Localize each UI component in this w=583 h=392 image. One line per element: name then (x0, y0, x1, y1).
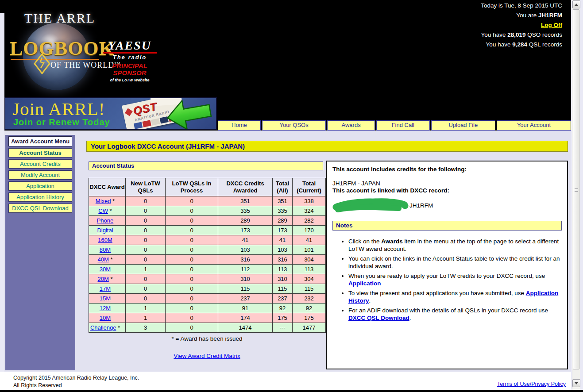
cell-80m-1: 0 (166, 245, 218, 255)
award-link-17m[interactable]: 17M (100, 285, 111, 292)
award-link-160m[interactable]: 160M (98, 237, 112, 243)
sidebar-item-account-status[interactable]: Account Status (8, 148, 72, 158)
table-row-160m: 160M00414141 (89, 235, 326, 245)
note-link-dxcc-qsl-download[interactable]: DXCC QSL Download (348, 315, 409, 321)
note-text: For an ADIF download with the details of… (348, 307, 548, 314)
scroll-down-button[interactable] (572, 379, 580, 387)
award-link-15m[interactable]: 15M (100, 295, 111, 302)
nav-tab-your-account[interactable]: Your Account (497, 120, 571, 131)
join-arrl-banner[interactable]: Join ARRL! Join or Renew Today QST AMATE… (4, 97, 217, 130)
cell-digital-4: 170 (293, 226, 326, 235)
you-are-line: You are JH1RFM (481, 12, 562, 19)
site-header: THE ARRL LOGBOOK OF THE WORLDTM YAESU Th… (4, 0, 571, 131)
cell-12m-1: 0 (166, 304, 218, 313)
linked-record-heading: This account is linked with DXCC record: (332, 187, 562, 194)
vertical-scrollbar[interactable] (572, 0, 580, 390)
award-link-40m[interactable]: 40M (98, 256, 109, 263)
column-header-dxcc-credits-awarded: DXCC Credits Awarded (218, 178, 273, 196)
logo-logbook: LOGBOOK (10, 37, 103, 60)
table-row-80m: 80M00103103101 (89, 245, 326, 255)
table-row-12m: 12M10919292 (89, 304, 326, 313)
note-item-1: Click on the Awards item in the menu at … (348, 238, 562, 253)
award-link-10m[interactable]: 10M (100, 315, 111, 321)
table-row-17m: 17M00115115115 (89, 284, 326, 294)
account-status-section-header: Account Status (89, 161, 323, 170)
log-off-link[interactable]: Log Off (541, 22, 562, 28)
cell-20m-0: 0 (126, 274, 166, 284)
award-link-cw[interactable]: CW (98, 208, 108, 214)
cell-17m-4: 115 (293, 284, 326, 294)
sidebar-item-application-history[interactable]: Application History (8, 192, 72, 202)
user-info-block: Today is Tue, 8 Sep 2015 UTC You are JH1… (481, 3, 562, 51)
nav-tab-upload-file[interactable]: Upload File (431, 120, 495, 131)
dxcc-record-line: JH1RFM (332, 197, 562, 215)
award-account-sidebar: Award Account Menu Account StatusAccount… (5, 135, 75, 370)
table-row-30m: 30M10112113113 (89, 265, 326, 274)
sidebar-item-dxcc-qsl-download[interactable]: DXCC QSL Download (8, 204, 72, 213)
cell-10m-1: 0 (166, 313, 218, 323)
sidebar-item-account-credits[interactable]: Account Credits (8, 159, 72, 169)
cell-digital-2: 173 (218, 226, 273, 235)
note-text: You can click on the links in the Accoun… (348, 255, 560, 269)
cell-12m-3: 92 (273, 304, 293, 313)
cell-phone-2: 289 (218, 216, 273, 226)
logo-the-arrl: THE ARRL (24, 11, 95, 26)
cell-15m-0: 0 (126, 294, 166, 304)
cell-10m-4: 175 (293, 313, 326, 323)
cell-40m-0: 0 (126, 255, 166, 265)
nav-tab-find-call[interactable]: Find Call (376, 120, 430, 131)
scrollbar-thumb[interactable] (573, 9, 579, 369)
note-item-2: You can click on the links in the Accoun… (348, 255, 562, 270)
qso-count: 28,019 (507, 31, 525, 38)
account-status-table-area: DXCC AwardNew LoTW QSLsLoTW QSLs in Proc… (89, 178, 325, 359)
cell-digital-0: 0 (126, 226, 166, 235)
view-award-credit-matrix-link[interactable]: View Award Credit Matrix (174, 353, 240, 359)
user-callsign: JH1RFM (538, 12, 562, 19)
cell-mixed-4: 338 (293, 196, 326, 206)
note-text: To view the present and past application… (348, 290, 526, 296)
qsl-records-line: You have 9,284 QSL records (481, 42, 562, 48)
award-link-challenge[interactable]: Challenge (90, 324, 116, 331)
qso-records-line: You have 28,019 QSO records (481, 32, 562, 38)
scroll-up-button[interactable] (572, 0, 580, 8)
award-link-12m[interactable]: 12M (100, 305, 111, 311)
cell-digital-1: 0 (166, 226, 218, 235)
cell-phone-1: 0 (166, 216, 218, 226)
cell-40m-1: 0 (166, 255, 218, 265)
note-text: Click on the (348, 238, 381, 245)
table-row-20m: 20M *00310310304 (89, 274, 326, 284)
note-link-application[interactable]: Application (348, 280, 381, 287)
award-link-80m[interactable]: 80M (100, 246, 111, 253)
cell-30m-4: 113 (293, 265, 326, 274)
green-arrow-icon (161, 97, 217, 130)
award-link-20m[interactable]: 20M (98, 276, 109, 282)
cell-15m-4: 232 (293, 294, 326, 304)
cell-phone-3: 289 (273, 216, 293, 226)
page-footer: Copyright 2015 American Radio Relay Leag… (0, 372, 571, 390)
arrl-diamond-small-icon (125, 108, 133, 116)
sidebar-item-modify-account[interactable]: Modify Account (8, 170, 72, 180)
table-row-10m: 10M10174175175 (89, 313, 326, 323)
notes-list: Click on the Awards item in the menu at … (332, 238, 562, 322)
award-link-phone[interactable]: Phone (97, 217, 114, 224)
sidebar-item-application[interactable]: Application (8, 181, 72, 191)
terms-privacy-link[interactable]: Terms of Use/Privacy Policy (497, 381, 566, 387)
award-link-mixed[interactable]: Mixed (96, 198, 111, 204)
cell-15m-3: 237 (273, 294, 293, 304)
cell-cw-0: 0 (126, 206, 166, 216)
note-text: . (409, 315, 411, 321)
nav-tab-awards[interactable]: Awards (327, 120, 375, 131)
account-info-panel: This account includes credits for the fo… (326, 161, 568, 369)
cell-challenge-2: 1474 (218, 323, 273, 333)
column-header-dxcc-award: DXCC Award (89, 178, 126, 196)
yaesu-sponsor-logo: YAESU The radio PRINCIPAL SPONSOR of the… (101, 40, 158, 82)
cell-cw-2: 335 (218, 206, 273, 216)
nav-tab-your-qsos[interactable]: Your QSOs (262, 120, 326, 131)
award-link-30m[interactable]: 30M (100, 266, 111, 273)
logo-underline (11, 59, 99, 60)
cell-mixed-2: 351 (218, 196, 273, 206)
award-link-digital[interactable]: Digital (97, 227, 113, 234)
cell-17m-2: 115 (218, 284, 273, 294)
bottom-edge-strip (0, 390, 583, 392)
nav-tab-home[interactable]: Home (218, 120, 261, 131)
